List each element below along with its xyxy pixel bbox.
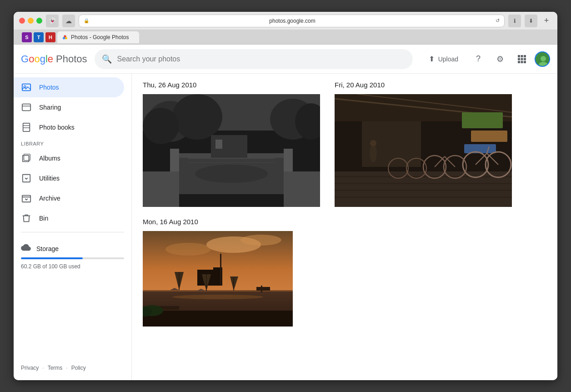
ghost-icon: 👻	[46, 15, 59, 27]
date-label-aug20: Fri, 20 Aug 2010	[335, 81, 512, 89]
search-bar[interactable]: 🔍	[95, 49, 413, 69]
sidebar-item-albums[interactable]: Albums	[14, 148, 124, 168]
ext-h-icon[interactable]: H	[45, 32, 55, 42]
app-container: Photos Sharing Photo books LIBRARY	[14, 74, 557, 380]
photos-logo-text: Photos	[56, 53, 87, 65]
svg-rect-17	[22, 104, 30, 111]
avatar[interactable]	[535, 51, 550, 67]
storage-header: Storage	[21, 243, 124, 254]
photo-bikes[interactable]	[335, 94, 512, 207]
storage-bar-fill	[21, 257, 83, 259]
policy-link[interactable]: Policy	[71, 365, 86, 371]
cloud-storage-icon	[21, 243, 31, 254]
browser-window: 👻 ☁ 🔒 photos.google.com ↺ ℹ ⬇ + S T H Ph…	[14, 12, 557, 380]
albums-label: Albums	[39, 155, 60, 162]
archive-label: Archive	[39, 195, 60, 202]
url-text: photos.google.com	[92, 18, 493, 24]
info-icon[interactable]: ℹ	[508, 15, 521, 27]
svg-rect-24	[23, 175, 30, 182]
sidebar-item-sharing[interactable]: Sharing	[14, 97, 124, 117]
maximize-button[interactable]	[36, 18, 42, 24]
sharing-nav-label: Sharing	[39, 104, 61, 111]
svg-rect-8	[524, 58, 526, 60]
library-section-label: LIBRARY	[14, 137, 131, 148]
ext-t-icon[interactable]: T	[34, 32, 44, 42]
svg-rect-9	[518, 61, 520, 63]
svg-rect-10	[521, 61, 523, 63]
utilities-icon	[21, 173, 32, 184]
svg-rect-5	[524, 55, 526, 57]
upload-button[interactable]: ⬆ Upload	[421, 51, 466, 67]
svg-rect-4	[521, 55, 523, 57]
active-tab[interactable]: Photos - Google Photos	[57, 31, 139, 43]
search-icon: 🔍	[102, 54, 112, 64]
reload-icon[interactable]: ↺	[496, 18, 500, 24]
google-logo: Google	[21, 53, 53, 65]
download-icon[interactable]: ⬇	[525, 15, 537, 27]
sidebar-item-utilities[interactable]: Utilities	[14, 168, 124, 188]
svg-rect-11	[524, 61, 526, 63]
photobooks-nav-label: Photo books	[39, 124, 75, 131]
photo-harbor[interactable]	[143, 231, 293, 327]
sharing-nav-icon	[21, 102, 32, 113]
upload-icon: ⬆	[429, 55, 435, 63]
storage-section: Storage 60.2 GB of 100 GB used	[14, 238, 131, 276]
tab-title: Photos - Google Photos	[71, 34, 129, 40]
date-label-aug26: Thu, 26 Aug 2010	[143, 81, 320, 89]
grid-icon	[518, 55, 526, 63]
svg-point-13	[541, 56, 546, 61]
sidebar-item-bin[interactable]: Bin	[14, 208, 124, 228]
logo[interactable]: Google Photos	[21, 53, 87, 65]
close-button[interactable]	[19, 18, 25, 24]
svg-rect-25	[22, 196, 30, 202]
sidebar-item-archive[interactable]: Archive	[14, 188, 124, 208]
storage-used-text: 60.2 GB of 100 GB used	[21, 263, 80, 270]
cloud-browser-icon: ☁	[62, 15, 75, 27]
utilities-label: Utilities	[39, 175, 60, 182]
archive-icon	[21, 193, 32, 204]
svg-point-2	[63, 37, 65, 39]
albums-icon	[21, 153, 32, 164]
traffic-lights	[19, 18, 42, 24]
top-row: Thu, 26 Aug 2010	[143, 81, 546, 207]
sidebar-item-photobooks[interactable]: Photo books	[14, 117, 124, 137]
topbar: Google Photos 🔍 ⬆ Upload ? ⚙	[14, 45, 557, 74]
bin-label: Bin	[39, 215, 48, 222]
minimize-button[interactable]	[28, 18, 34, 24]
photos-nav-label: Photos	[39, 84, 59, 91]
sidebar: Photos Sharing Photo books LIBRARY	[14, 74, 132, 380]
date-group-aug16: Mon, 16 Aug 2010	[143, 218, 546, 327]
svg-rect-3	[518, 55, 520, 57]
date-label-aug16: Mon, 16 Aug 2010	[143, 218, 546, 226]
url-bar[interactable]: 🔒 photos.google.com ↺	[79, 15, 505, 27]
topbar-actions: ⬆ Upload ? ⚙	[421, 50, 550, 68]
privacy-link[interactable]: Privacy	[21, 365, 39, 371]
svg-point-1	[65, 37, 67, 39]
sidebar-footer: Privacy · Terms · Policy	[14, 359, 131, 377]
storage-bar	[21, 257, 124, 259]
help-button[interactable]: ?	[469, 50, 487, 68]
search-input[interactable]	[117, 55, 406, 63]
svg-rect-7	[521, 58, 523, 60]
bin-icon	[21, 213, 32, 224]
settings-button[interactable]: ⚙	[491, 50, 509, 68]
svg-rect-15	[22, 84, 30, 91]
photo-canal[interactable]	[143, 94, 320, 207]
browser-titlebar: 👻 ☁ 🔒 photos.google.com ↺ ℹ ⬇ +	[14, 12, 557, 30]
storage-label: Storage	[36, 245, 59, 252]
apps-button[interactable]	[513, 50, 531, 68]
photobooks-nav-icon	[21, 122, 32, 133]
photos-nav-icon	[21, 82, 32, 93]
sidebar-item-photos[interactable]: Photos	[14, 77, 124, 97]
browser-tabbar: S T H Photos - Google Photos	[14, 30, 557, 45]
svg-rect-19	[23, 123, 30, 131]
date-group-aug26: Thu, 26 Aug 2010	[143, 81, 320, 207]
main-content: Thu, 26 Aug 2010	[132, 74, 557, 380]
extension-icons: S T H	[22, 32, 55, 42]
svg-rect-6	[518, 58, 520, 60]
ext-s-icon[interactable]: S	[22, 32, 32, 42]
terms-link[interactable]: Terms	[48, 365, 63, 371]
lock-icon: 🔒	[84, 18, 89, 23]
new-tab-button[interactable]: +	[541, 15, 552, 26]
photos-favicon	[62, 34, 68, 40]
